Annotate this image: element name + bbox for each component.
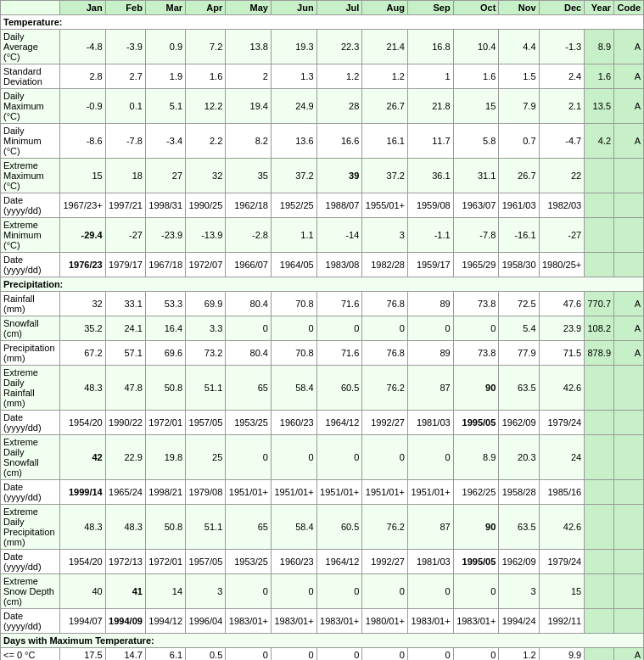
row-label: Daily Average (°C) [1,30,60,64]
data-cell: 1979/24 [539,411,585,435]
data-cell: 0.7 [499,124,539,159]
data-cell: 80.4 [226,341,272,366]
data-cell: A [614,316,644,341]
data-cell: 1994/07 [60,609,106,634]
data-cell: 0 [407,648,453,661]
data-cell: A [614,30,644,64]
data-cell: -27 [539,218,585,253]
data-cell: -23.9 [145,218,185,253]
data-cell: 77.9 [499,341,539,366]
data-cell: 3.3 [186,316,226,341]
col-header-may: May [226,1,272,15]
data-cell: 15 [539,574,585,609]
data-cell: 0 [271,316,316,341]
data-cell: -7.8 [453,218,499,253]
data-cell: 1.9 [145,64,185,89]
data-cell: 878.9 [585,341,614,366]
data-cell: 16.4 [145,316,185,341]
data-cell: 1954/20 [60,411,106,435]
data-cell: -27 [105,218,145,253]
data-cell: 42.6 [539,366,585,411]
data-cell: -1.1 [407,218,453,253]
data-cell: 0 [407,574,453,609]
data-cell: 1972/13 [105,550,145,574]
data-cell: 40 [60,574,106,609]
data-cell [585,505,614,550]
data-cell: 51.1 [186,505,226,550]
data-cell: 1979/17 [105,253,145,277]
data-cell: 13.5 [585,89,614,124]
data-cell: 39 [316,159,362,193]
row-label: Rainfall (mm) [1,292,60,316]
row-label: Snowfall (cm) [1,316,60,341]
col-header-code: Code [614,1,644,15]
data-cell: 73.8 [453,341,499,366]
data-cell: 13.8 [226,30,272,64]
row-label: Extreme Maximum (°C) [1,159,60,193]
data-cell: 22 [539,159,585,193]
data-cell: -2.8 [226,218,272,253]
data-cell: 1979/08 [186,480,226,505]
data-cell: 2.8 [60,64,106,89]
data-cell: 1962/09 [499,411,539,435]
data-cell: A [614,89,644,124]
data-cell: 0 [271,648,316,661]
data-cell: 18 [105,159,145,193]
data-cell: 108.2 [585,316,614,341]
data-cell: 24 [539,435,585,480]
data-cell: 57.1 [105,341,145,366]
row-label: Extreme Daily Precipitation (mm) [1,505,60,550]
data-cell: 1995/05 [453,411,499,435]
col-header-mar: Mar [145,1,185,15]
data-cell: 2.7 [105,64,145,89]
section-header-0: Temperature: [1,15,644,30]
data-cell: 47.6 [539,292,585,316]
data-cell: 90 [453,366,499,411]
data-cell: 17.5 [60,648,106,661]
data-cell: 26.7 [362,89,408,124]
data-cell: 3 [499,574,539,609]
data-cell: 63.5 [499,366,539,411]
data-cell: 13.6 [271,124,316,159]
data-cell: 1998/31 [145,193,185,218]
data-cell [614,411,644,435]
data-cell: 8.2 [226,124,272,159]
data-cell: 0 [453,574,499,609]
col-header-jan: Jan [60,1,106,15]
col-header-jul: Jul [316,1,362,15]
data-cell: 1967/23+ [60,193,106,218]
data-cell: 53.3 [145,292,185,316]
data-cell: 22.9 [105,435,145,480]
data-cell: 0 [316,435,362,480]
data-cell: 32 [186,159,226,193]
data-cell: 1.2 [362,64,408,89]
row-label: Standard Deviation [1,64,60,89]
data-cell: 1961/03 [499,193,539,218]
data-cell: 42.6 [539,505,585,550]
data-cell: 48.3 [60,505,106,550]
data-cell: 1957/05 [186,411,226,435]
data-cell: 0 [226,648,272,661]
data-cell: 22.3 [316,30,362,64]
data-cell: 37.2 [271,159,316,193]
data-cell: 1994/12 [145,609,185,634]
data-cell: 9.9 [539,648,585,661]
data-cell: 4.4 [499,30,539,64]
data-cell: 3 [362,218,408,253]
data-cell: 76.8 [362,292,408,316]
data-cell: 0.1 [105,89,145,124]
col-header-year: Year [585,1,614,15]
data-cell: 1952/25 [271,193,316,218]
data-cell: 15 [60,159,106,193]
data-cell: 0 [271,574,316,609]
data-cell: 1967/18 [145,253,185,277]
data-cell: 1994/09 [105,609,145,634]
data-cell: 24.1 [105,316,145,341]
data-cell: 2 [226,64,272,89]
data-cell: 1983/01+ [226,609,272,634]
data-cell: 1980/25+ [539,253,585,277]
data-cell: 1981/03 [407,411,453,435]
data-cell: 63.5 [499,505,539,550]
data-cell: -29.4 [60,218,106,253]
data-cell: 1992/27 [362,411,408,435]
